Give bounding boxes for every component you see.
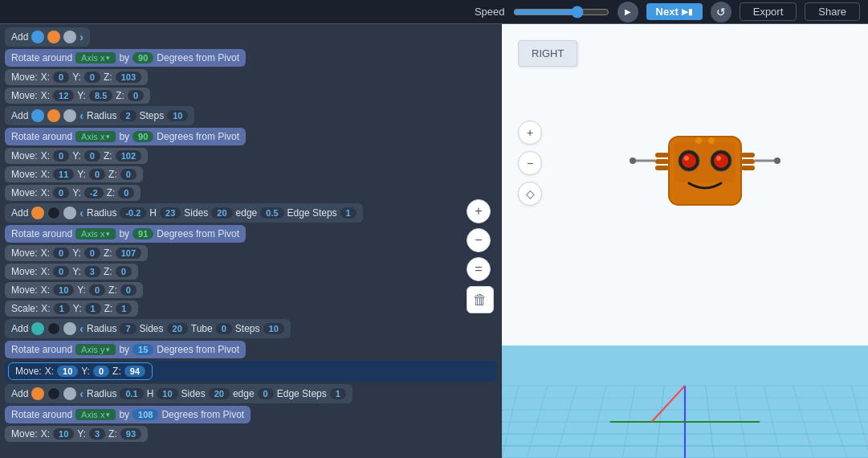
radius-val-3: -0.2: [120, 207, 146, 219]
chevron-right-1[interactable]: ›: [79, 31, 84, 43]
svg-point-16: [630, 157, 636, 164]
3d-view[interactable]: RIGHT + − ◇: [502, 24, 868, 346]
axis-badge-2[interactable]: Axis x ▾: [75, 131, 116, 142]
share-button[interactable]: Share: [805, 2, 860, 21]
x-label-sc: X:: [41, 303, 50, 314]
z-label-1: Z:: [104, 72, 112, 83]
reset-button[interactable]: ↺: [711, 2, 731, 22]
h-label-3: H: [149, 207, 157, 219]
rotate-block-5[interactable]: Rotate around Axis x ▾ by 108 Degrees fr…: [5, 406, 251, 423]
shape-gray-5[interactable]: [63, 387, 76, 400]
radius-label-2: Radius: [87, 110, 116, 121]
svg-point-6: [714, 153, 728, 168]
shape-orange-5[interactable]: [31, 387, 44, 400]
axis-badge-1[interactable]: Axis x ▾: [75, 52, 116, 63]
rotate-block-3[interactable]: Rotate around Axis x ▾ by 91 Degrees fro…: [5, 225, 246, 243]
x-val-4: 11: [53, 169, 74, 180]
shape-gray-4[interactable]: [63, 322, 76, 335]
rotate-block-1[interactable]: Rotate around Axis x ▾ by 90 Degrees fro…: [5, 49, 246, 67]
x-val-2: 12: [53, 90, 74, 101]
zoom-out-button[interactable]: −: [467, 228, 491, 252]
rotate-block-4[interactable]: Rotate around Axis y ▾ by 15 Degrees fro…: [5, 341, 246, 358]
move-label-8: Move:: [11, 284, 38, 296]
shape-orange-2[interactable]: [47, 109, 60, 122]
block-scale-1: Scale: X: 1 Y: 1 Z: 1: [5, 301, 497, 317]
z-label-3: Z:: [104, 150, 112, 162]
speed-slider[interactable]: [513, 6, 609, 18]
move-block-selected[interactable]: Move: X: 10 Y: 0 Z: 94: [8, 362, 153, 380]
sides-label-5: Sides: [181, 388, 206, 399]
axis-badge-5[interactable]: Axis x ▾: [75, 409, 116, 420]
rotate-label-1: Rotate around: [11, 52, 72, 63]
axis-badge-4[interactable]: Axis y ▾: [75, 344, 116, 355]
move-block-6[interactable]: Move: X: 0 Y: 0 Z: 107: [5, 245, 148, 261]
view-right-button[interactable]: RIGHT: [518, 40, 577, 67]
equals-button[interactable]: =: [467, 257, 491, 281]
edge-steps-label-3: Edge Steps: [287, 207, 337, 219]
add-block-4[interactable]: Add ‹ Radius 7 Sides 20 Tube 0 Steps 10: [5, 319, 291, 338]
add-block-3[interactable]: Add ‹ Radius -0.2 H 23 Sides 20 edge 0.5…: [5, 203, 363, 223]
add-block-5[interactable]: Add ‹ Radius 0.1 H 10 Sides 20 edge 0 Ed…: [5, 384, 352, 403]
y-label-sel: Y:: [81, 366, 90, 377]
sides-val-4: 20: [167, 323, 188, 334]
svg-rect-10: [655, 166, 669, 170]
next-label: Next: [656, 6, 679, 18]
export-button[interactable]: Export: [740, 2, 797, 21]
shape-gray-3[interactable]: [63, 207, 76, 219]
shape-orange-3[interactable]: [31, 207, 44, 219]
add-block-2[interactable]: Add ‹ Radius 2 Steps 10: [5, 106, 194, 125]
view-minus-button[interactable]: −: [518, 151, 542, 175]
move-block-4[interactable]: Move: X: 11 Y: 0 Z: 0: [5, 166, 143, 182]
play-button[interactable]: ▶: [617, 2, 638, 22]
move-block-8[interactable]: Move: X: 10 Y: 0 Z: 0: [5, 282, 143, 298]
z-val-2: 0: [128, 90, 144, 101]
svg-point-3: [682, 153, 696, 168]
view-diamond-button[interactable]: ◇: [518, 182, 542, 206]
move-label-7: Move:: [11, 266, 38, 277]
shape-gray-2[interactable]: [63, 109, 76, 122]
add-block-1[interactable]: Add ›: [5, 27, 90, 47]
shape-black-3[interactable]: [47, 207, 60, 219]
shape-gray-1[interactable]: [63, 31, 76, 43]
x-val-9: 10: [53, 428, 74, 440]
move-block-1[interactable]: Move: X: 0 Y: 0 Z: 103: [5, 69, 148, 85]
move-block-9[interactable]: Move: X: 10 Y: 3 Z: 93: [5, 426, 148, 442]
y-val-sc: 1: [85, 303, 101, 314]
3d-grid[interactable]: [502, 346, 868, 458]
chevron-left-2[interactable]: ‹: [79, 109, 84, 122]
speed-label: Speed: [475, 6, 505, 18]
shape-blue-2[interactable]: [31, 109, 44, 122]
move-block-3[interactable]: Move: X: 0 Y: 0 Z: 102: [5, 148, 148, 164]
code-panel[interactable]: Add › Rotate around Axis x ▾ by 90 Degre…: [0, 24, 502, 458]
shape-black-5[interactable]: [47, 387, 60, 400]
move-block-7[interactable]: Move: X: 0 Y: 3 Z: 0: [5, 264, 138, 280]
degree-3: 91: [132, 228, 153, 239]
z-val-sc: 1: [116, 303, 132, 314]
move-block-5[interactable]: Move: X: 0 Y: -2 Z: 0: [5, 185, 141, 201]
rotate-block-2[interactable]: Rotate around Axis x ▾ by 90 Degrees fro…: [5, 128, 246, 145]
shape-teal-4[interactable]: [31, 322, 44, 335]
chevron-left-5[interactable]: ‹: [79, 387, 84, 400]
shape-orange-1[interactable]: [47, 31, 60, 43]
trash-button[interactable]: 🗑: [467, 286, 494, 313]
scale-label-1: Scale:: [11, 303, 38, 314]
shape-blue-1[interactable]: [31, 31, 44, 43]
z-val-6: 107: [116, 247, 141, 259]
x-val-5: 0: [53, 187, 69, 198]
move-label-5: Move:: [11, 187, 38, 198]
shape-black-4[interactable]: [47, 322, 60, 335]
svg-point-19: [708, 137, 715, 144]
y-val-6: 0: [84, 247, 100, 259]
block-move-2: Move: X: 12 Y: 8.5 Z: 0: [5, 88, 497, 104]
axis-badge-3[interactable]: Axis x ▾: [75, 228, 116, 239]
move-block-2[interactable]: Move: X: 12 Y: 8.5 Z: 0: [5, 88, 150, 104]
chevron-left-4[interactable]: ‹: [79, 322, 84, 335]
next-button[interactable]: Next ▶▮: [646, 3, 703, 20]
trash-icon: 🗑: [473, 292, 487, 309]
scale-block-1[interactable]: Scale: X: 1 Y: 1 Z: 1: [5, 301, 138, 317]
y-val-8: 0: [89, 284, 105, 296]
from-pivot-2: Degrees from Pivot: [157, 131, 239, 142]
view-plus-button[interactable]: +: [518, 121, 542, 145]
zoom-in-button[interactable]: +: [467, 199, 491, 223]
chevron-left-3[interactable]: ‹: [79, 207, 84, 219]
